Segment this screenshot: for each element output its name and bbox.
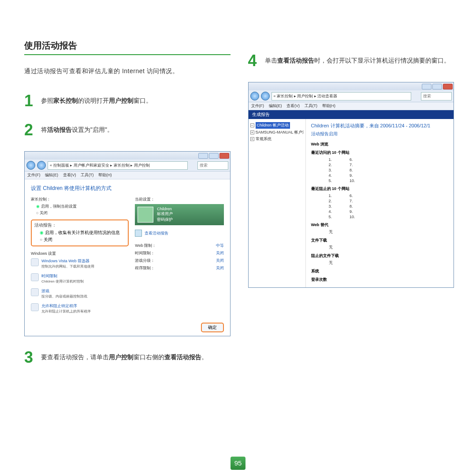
step-1: 1 参照家长控制的说明打开用户控制窗口。 xyxy=(24,93,231,109)
menu-help[interactable]: 帮助(H) xyxy=(98,173,112,177)
menu-file[interactable]: 文件(F) xyxy=(27,173,41,177)
report-icon xyxy=(135,230,142,237)
avatar xyxy=(138,207,153,223)
web-override-section: Web 替代 xyxy=(311,222,449,228)
menu-edit[interactable]: 编辑(E) xyxy=(269,104,282,108)
nav-bar: « 控制面板 ▸ 用户帐户和家庭安全 ▸ 家长控制 ▸ 用户控制 搜索 xyxy=(25,160,230,171)
step-3: 3 要查看活动报告，请单击用户控制窗口右侧的查看活动报告。 xyxy=(24,350,231,365)
minimize-button[interactable] xyxy=(422,84,431,89)
report-subtitle: 活动报告启用 xyxy=(311,131,449,137)
step-number: 3 xyxy=(24,350,36,365)
ok-button[interactable]: 确定 xyxy=(201,323,224,332)
top-sites-list: 1. 2. 3. 4. 5. 6. 7. 8. 9. 10. xyxy=(311,157,449,183)
radio-report-on[interactable]: 启用，收集有关计算机使用情况的信息 xyxy=(40,230,125,236)
user-type: 标准用户 xyxy=(157,211,173,217)
activity-report-label: 活动报告： xyxy=(34,222,125,228)
section-heading: 使用活动报告 xyxy=(24,40,231,55)
current-settings-label: 当前设置： xyxy=(135,197,223,202)
parental-control-label: 家长控制： xyxy=(31,197,129,202)
radio-parental-off[interactable]: 关闭 xyxy=(36,210,129,216)
step-text: 参照家长控制的说明打开用户控制窗口。 xyxy=(41,93,152,105)
blocked-sites-section: 最近阻止的 10 个网站 xyxy=(311,186,449,192)
clock-icon xyxy=(31,273,39,281)
top-sites-section: 最近访问的 10 个网站 xyxy=(311,150,449,156)
menu-edit[interactable]: 编辑(E) xyxy=(45,173,58,177)
system-section: 系统 xyxy=(311,268,449,274)
step-number: 1 xyxy=(24,93,36,109)
none-label: 无 xyxy=(311,245,449,250)
close-button[interactable] xyxy=(443,84,453,89)
menu-bar: 文件(F) 编辑(E) 查看(V) 工具(T) 帮助(H) xyxy=(25,171,230,179)
breadcrumb[interactable]: « 家长控制 ▸ 用户控制 ▸ 活动查看器 xyxy=(271,92,412,100)
minimize-button[interactable] xyxy=(198,153,208,159)
window-body: 设置 Children 将使用计算机的方式 家长控制： 启用，强制当前设置 关闭… xyxy=(25,179,230,336)
program-restrict-value[interactable]: 关闭 xyxy=(216,265,224,271)
games-link[interactable]: 游戏按分级、内容或标题控制游戏 xyxy=(31,288,129,299)
logon-section: 登录次数 xyxy=(311,277,449,283)
back-button[interactable] xyxy=(26,161,35,170)
report-title: Children 计算机活动摘要，来自 2006/11/24 - 2006/12… xyxy=(311,123,449,129)
menu-tools[interactable]: 工具(T) xyxy=(305,104,318,108)
step-number: 2 xyxy=(24,122,36,138)
titlebar xyxy=(25,152,230,160)
forward-button[interactable] xyxy=(261,92,270,100)
time-restrict-value[interactable]: 关闭 xyxy=(216,250,224,256)
radio-report-off[interactable]: 关闭 xyxy=(40,237,125,243)
web-restrict-label: Web 限制： xyxy=(135,243,156,249)
forward-button[interactable] xyxy=(37,161,46,170)
menu-tools[interactable]: 工具(T) xyxy=(81,173,94,177)
program-icon xyxy=(31,303,39,311)
user-protection: 密码保护 xyxy=(157,217,173,223)
web-restrict-value[interactable]: 中等 xyxy=(216,243,224,249)
report-tree: −Children 帐户活动 +SAMSUNG-MANUAL 帐户活动 +常规系… xyxy=(249,119,306,287)
step-text: 要查看活动报告，请单击用户控制窗口右侧的查看活动报告。 xyxy=(41,350,208,362)
search-input[interactable]: 搜索 xyxy=(421,92,452,100)
menu-view[interactable]: 查看(V) xyxy=(286,104,300,108)
downloads-section: 文件下载 xyxy=(311,238,449,243)
step-2: 2 将活动报告设置为"启用"。 xyxy=(24,122,231,138)
generate-report-bar[interactable]: 生成报告 xyxy=(249,110,454,119)
none-label: 无 xyxy=(311,229,449,235)
step-number: 4 xyxy=(248,53,260,69)
config-title: 设置 Children 将使用计算机的方式 xyxy=(31,185,224,192)
report-panel: Children 计算机活动摘要，来自 2006/11/24 - 2006/12… xyxy=(306,119,454,287)
menu-bar: 文件(F) 编辑(E) 查看(V) 工具(T) 帮助(H) xyxy=(249,102,454,110)
windows-settings-label: Windows 设置 xyxy=(31,251,129,257)
activity-viewer-window: « 家长控制 ▸ 用户控制 ▸ 活动查看器 搜索 文件(F) 编辑(E) 查看(… xyxy=(248,82,454,288)
back-button[interactable] xyxy=(250,92,259,100)
menu-file[interactable]: 文件(F) xyxy=(251,104,264,108)
web-browsing-section: Web 浏览 xyxy=(311,141,449,147)
intro-text: 通过活动报告可查看和评估儿童的 Internet 访问情况。 xyxy=(24,67,231,75)
user-card: Children 标准用户 密码保护 xyxy=(135,204,223,225)
page-number: 95 xyxy=(231,457,245,470)
maximize-button[interactable] xyxy=(432,84,442,89)
globe-icon xyxy=(31,258,39,266)
time-restrict-label: 时间限制： xyxy=(135,250,155,256)
step-4: 4 单击查看活动报告时，会打开以下显示计算机运行情况摘要的窗口。 xyxy=(248,53,454,69)
titlebar xyxy=(249,82,454,90)
game-rating-label: 游戏分级： xyxy=(135,258,155,264)
tree-node[interactable]: +SAMSUNG-MANUAL 帐户活动 xyxy=(250,129,304,136)
web-filter-link[interactable]: Windows Vista Web 筛选器控制允许的网站、下载和其他使用 xyxy=(31,258,129,269)
menu-view[interactable]: 查看(V) xyxy=(63,173,76,177)
activity-report-highlight: 活动报告： 启用，收集有关计算机使用情况的信息 关闭 xyxy=(31,219,129,246)
menu-help[interactable]: 帮助(H) xyxy=(322,104,336,108)
close-button[interactable] xyxy=(219,153,229,159)
programs-link[interactable]: 允许和阻止特定程序允许和阻止计算机上的所有程序 xyxy=(31,303,129,314)
tree-node[interactable]: +常规系统 xyxy=(250,136,304,142)
tree-node[interactable]: −Children 帐户活动 xyxy=(250,122,304,129)
game-icon xyxy=(31,288,39,296)
time-limit-link[interactable]: 时间限制Children 使用计算机时控制 xyxy=(31,273,129,284)
step-text: 单击查看活动报告时，会打开以下显示计算机运行情况摘要的窗口。 xyxy=(265,53,450,65)
breadcrumb[interactable]: « 控制面板 ▸ 用户帐户和家庭安全 ▸ 家长控制 ▸ 用户控制 xyxy=(48,161,188,170)
search-input[interactable]: 搜索 xyxy=(197,161,228,170)
program-restrict-label: 程序限制： xyxy=(135,265,155,271)
maximize-button[interactable] xyxy=(209,153,219,159)
radio-parental-on[interactable]: 启用，强制当前设置 xyxy=(36,204,129,209)
none-label: 无 xyxy=(311,260,449,266)
game-rating-value[interactable]: 关闭 xyxy=(216,258,224,264)
view-activity-report-link[interactable]: 查看活动报告 xyxy=(135,230,223,237)
blocked-sites-list: 1. 2. 3. 4. 5. 6. 7. 8. 9. 10. xyxy=(311,193,449,219)
nav-bar: « 家长控制 ▸ 用户控制 ▸ 活动查看器 搜索 xyxy=(249,90,454,102)
user-name: Children xyxy=(157,207,173,211)
